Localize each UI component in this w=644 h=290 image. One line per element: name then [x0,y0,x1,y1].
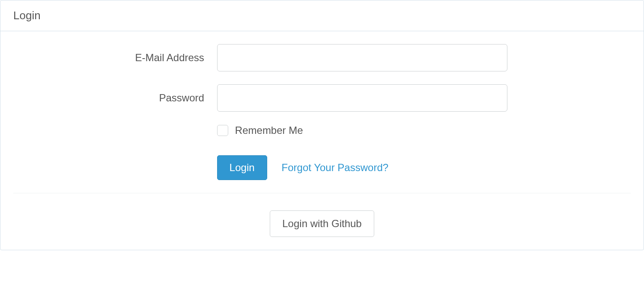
email-label: E-Mail Address [13,52,217,64]
password-input-wrap [217,84,507,112]
divider [13,193,631,193]
forgot-password-link[interactable]: Forgot Your Password? [282,162,388,174]
panel-heading: Login [0,0,644,31]
email-input-wrap [217,44,507,71]
password-input[interactable] [217,84,507,112]
password-label: Password [13,92,217,104]
email-input[interactable] [217,44,507,71]
oauth-row: Login with Github [13,210,631,237]
panel-body: E-Mail Address Password Remember Me Logi… [0,31,644,250]
login-panel: Login E-Mail Address Password Remember M… [0,0,644,250]
password-group: Password [13,84,631,112]
github-login-button[interactable]: Login with Github [270,210,374,237]
login-button[interactable]: Login [217,155,267,180]
remember-label[interactable]: Remember Me [235,124,303,136]
remember-checkbox[interactable] [217,125,228,136]
remember-group: Remember Me [217,124,631,136]
email-group: E-Mail Address [13,44,631,71]
action-row: Login Forgot Your Password? [217,155,631,180]
